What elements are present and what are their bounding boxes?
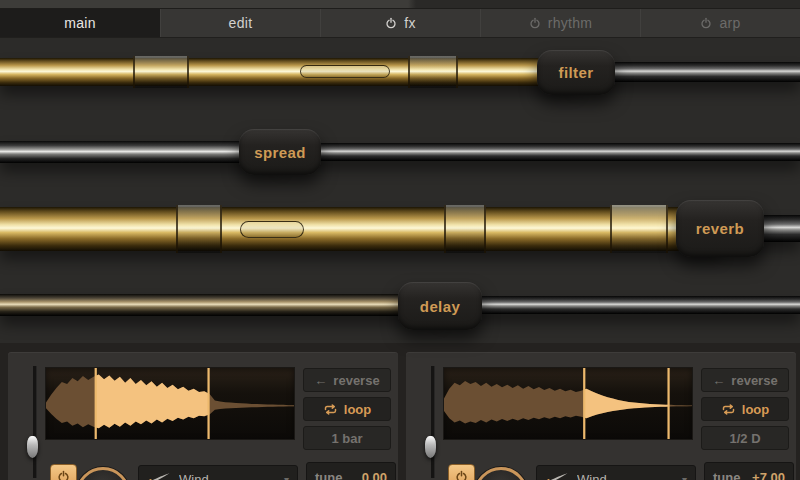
sample-position-track bbox=[33, 366, 37, 478]
loop-button[interactable]: loop bbox=[303, 397, 391, 421]
spread-rod-empty bbox=[280, 143, 800, 161]
sample-position-track bbox=[431, 366, 435, 478]
reverb-handle-label: reverb bbox=[696, 220, 744, 237]
rod-key bbox=[240, 221, 304, 238]
left-arrow-icon: ← bbox=[712, 374, 725, 387]
loop-length-label: 1 bar bbox=[331, 431, 362, 446]
loop-marker[interactable] bbox=[667, 368, 669, 439]
tab-edit[interactable]: edit bbox=[160, 9, 320, 37]
filter-rod-filled bbox=[0, 58, 576, 86]
tab-main-label: main bbox=[64, 15, 96, 31]
tab-rhythm-label: rhythm bbox=[548, 15, 593, 31]
sample-select-value: Wind bbox=[577, 472, 674, 480]
reverb-slider-handle[interactable]: reverb bbox=[676, 200, 764, 257]
left-arrow-icon: ← bbox=[314, 374, 327, 387]
sample-select[interactable]: Wind ▾ bbox=[536, 465, 696, 480]
loop-length-label: 1/2 D bbox=[729, 431, 760, 446]
rod-joint bbox=[133, 56, 189, 88]
delay-rod-filled bbox=[0, 294, 440, 316]
loop-button[interactable]: loop bbox=[701, 397, 789, 421]
window-top-strip bbox=[0, 0, 800, 9]
loop-marker[interactable] bbox=[95, 368, 97, 439]
power-icon bbox=[455, 470, 468, 480]
spread-rod-filled bbox=[0, 141, 280, 163]
tune-display[interactable]: tune 0.00 bbox=[306, 462, 396, 480]
filter-handle-label: filter bbox=[559, 64, 594, 81]
chevron-down-icon: ▾ bbox=[682, 474, 687, 480]
sample-position-pin[interactable] bbox=[425, 436, 436, 458]
waveform-display[interactable] bbox=[45, 367, 295, 440]
rod-joint bbox=[408, 56, 458, 88]
tab-arp-label: arp bbox=[719, 15, 740, 31]
rod-joint bbox=[610, 205, 668, 253]
power-button[interactable] bbox=[50, 464, 77, 480]
reverse-button-label: reverse bbox=[333, 373, 379, 388]
spread-handle-label: spread bbox=[254, 144, 306, 161]
volume-knob[interactable] bbox=[76, 467, 130, 480]
reverse-button-label: reverse bbox=[731, 373, 777, 388]
reverse-button[interactable]: ← reverse bbox=[701, 368, 789, 392]
waveform-display[interactable] bbox=[443, 367, 693, 440]
delay-rod-empty bbox=[440, 296, 800, 314]
spread-slider-track[interactable]: spread bbox=[0, 115, 800, 192]
loop-button-label: loop bbox=[742, 402, 769, 417]
wind-icon bbox=[147, 472, 171, 480]
loop-length-button[interactable]: 1 bar bbox=[303, 426, 391, 450]
delay-slider-track[interactable]: delay bbox=[0, 270, 800, 348]
chevron-down-icon: ▾ bbox=[284, 474, 289, 480]
loop-marker[interactable] bbox=[583, 368, 585, 439]
sample-select[interactable]: Wind ▾ bbox=[138, 465, 298, 480]
tab-rhythm[interactable]: rhythm bbox=[480, 9, 640, 37]
delay-handle-label: delay bbox=[420, 298, 460, 315]
tune-display[interactable]: tune +7.00 bbox=[704, 462, 794, 480]
tab-bar: main edit fx rhythm arp bbox=[0, 9, 800, 38]
tab-main[interactable]: main bbox=[0, 9, 160, 37]
tune-value: 0.00 bbox=[362, 470, 387, 480]
delay-slider-handle[interactable]: delay bbox=[398, 282, 482, 330]
power-icon bbox=[529, 17, 541, 29]
power-button[interactable] bbox=[448, 464, 475, 480]
tune-label: tune bbox=[713, 470, 740, 480]
sample-select-value: Wind bbox=[179, 472, 276, 480]
tab-arp[interactable]: arp bbox=[640, 9, 800, 37]
filter-slider-handle[interactable]: filter bbox=[537, 50, 615, 95]
loop-marker[interactable] bbox=[207, 368, 209, 439]
sample-position-pin[interactable] bbox=[27, 436, 38, 458]
spread-slider-handle[interactable]: spread bbox=[239, 129, 321, 175]
tune-label: tune bbox=[315, 470, 342, 480]
tab-edit-label: edit bbox=[229, 15, 253, 31]
power-icon bbox=[57, 470, 70, 480]
power-icon bbox=[385, 17, 397, 29]
rod-joint bbox=[176, 205, 222, 253]
wind-icon bbox=[545, 472, 569, 480]
sample-panel-left: ← reverse loop 1 bar Wind ▾ tune 0.00 bbox=[8, 352, 398, 480]
tab-fx-label: fx bbox=[404, 15, 416, 31]
rod-key bbox=[300, 65, 390, 78]
volume-knob[interactable] bbox=[474, 467, 528, 480]
loop-button-label: loop bbox=[344, 402, 371, 417]
tune-value: +7.00 bbox=[752, 470, 785, 480]
loop-icon bbox=[721, 404, 736, 415]
rod-joint bbox=[444, 205, 486, 253]
reverb-slider-track[interactable]: reverb bbox=[0, 192, 800, 270]
filter-slider-track[interactable]: filter bbox=[0, 37, 800, 115]
loop-icon bbox=[323, 404, 338, 415]
tab-fx[interactable]: fx bbox=[320, 9, 480, 37]
loop-length-button[interactable]: 1/2 D bbox=[701, 426, 789, 450]
power-icon bbox=[700, 17, 712, 29]
reverse-button[interactable]: ← reverse bbox=[303, 368, 391, 392]
sample-panel-right: ← reverse loop 1/2 D Wind ▾ tune +7.00 bbox=[406, 352, 796, 480]
